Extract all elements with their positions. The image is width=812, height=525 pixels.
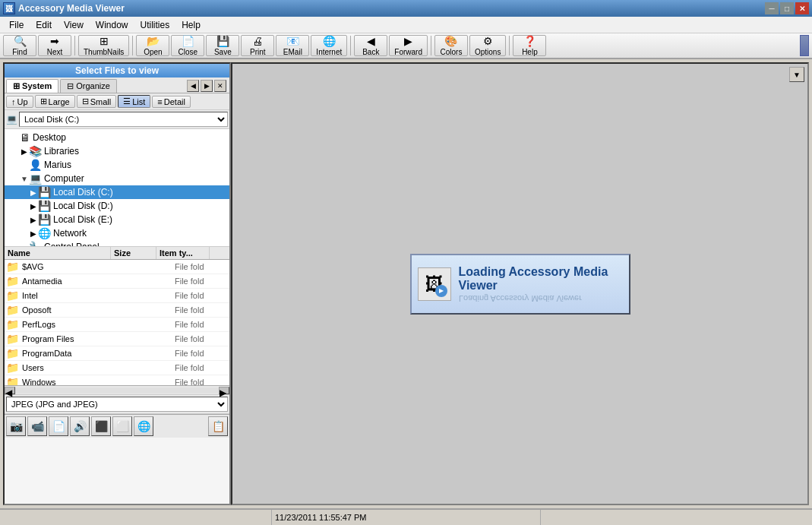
tab-system[interactable]: ⊞ System: [6, 79, 58, 93]
play-icon: ▶: [435, 285, 447, 297]
list-item[interactable]: 📁 $AVG File fold: [5, 260, 229, 274]
list-item[interactable]: 📁 Intel File fold: [5, 289, 229, 303]
tree-desktop[interactable]: 🖥 Desktop: [5, 131, 229, 144]
list-item[interactable]: 📁 ProgramData File fold: [5, 346, 229, 361]
colors-button[interactable]: 🎨 Colors: [434, 35, 468, 56]
tree-control-panel[interactable]: 🔧 Control Panel: [5, 240, 229, 247]
view-large-button[interactable]: ⊞ Large: [35, 95, 75, 108]
expand-icon[interactable]: ▼: [20, 175, 29, 183]
col-type[interactable]: Item ty...: [156, 247, 210, 259]
close-file-button[interactable]: 📄 Close: [171, 35, 204, 56]
file-list[interactable]: 📁 $AVG File fold 📁 Antamedia File fold 📁…: [5, 260, 229, 385]
tab-organize-label: Organize: [76, 81, 110, 90]
list-item[interactable]: 📁 Windows File fold: [5, 375, 229, 385]
email-icon: 📧: [286, 35, 299, 47]
forward-button[interactable]: ▶ Forward: [389, 35, 428, 56]
print-button[interactable]: 🖨 Print: [241, 35, 274, 56]
view-large-icon: ⊞: [40, 96, 47, 106]
menu-window[interactable]: Window: [90, 18, 134, 32]
tree-local-e[interactable]: ▶ 💾 Local Disk (E:): [5, 213, 229, 226]
btn-black[interactable]: ⬛: [91, 416, 111, 436]
menu-help[interactable]: Help: [175, 18, 207, 32]
expand-icon[interactable]: ▶: [29, 229, 38, 238]
tab-organize[interactable]: ⊟ Organize: [60, 79, 117, 93]
hscroll-track[interactable]: [15, 387, 219, 394]
col-name[interactable]: Name: [5, 247, 111, 259]
hscroll-left[interactable]: ◀: [5, 387, 15, 394]
list-item[interactable]: 📁 Antamedia File fold: [5, 274, 229, 289]
menu-file[interactable]: File: [3, 18, 30, 32]
view-list-button[interactable]: ☰ List: [118, 95, 150, 108]
expand-icon[interactable]: ▶: [20, 147, 29, 156]
help-button[interactable]: ❓ Help: [513, 35, 546, 56]
view-detail-button[interactable]: ≡ Detail: [152, 96, 191, 108]
options-button[interactable]: ⚙ Options: [469, 35, 506, 56]
tree-marius[interactable]: 👤 Marius: [5, 158, 229, 172]
menu-edit[interactable]: Edit: [30, 18, 58, 32]
file-type: File fold: [175, 262, 228, 271]
file-type: File fold: [175, 320, 228, 329]
btn-camera[interactable]: 📷: [6, 416, 26, 436]
view-detail-icon: ≡: [157, 97, 162, 106]
btn-web[interactable]: 🌐: [134, 416, 153, 436]
network-icon: 🌐: [38, 227, 51, 239]
list-item[interactable]: 📁 PerfLogs File fold: [5, 318, 229, 332]
tab-system-icon: ⊞: [13, 81, 20, 90]
close-button[interactable]: ✕: [795, 2, 809, 14]
view-list-icon: ☰: [123, 96, 131, 106]
expand-icon[interactable]: ▶: [29, 202, 38, 210]
menu-view[interactable]: View: [58, 18, 90, 32]
list-item[interactable]: 📁 Oposoft File fold: [5, 303, 229, 318]
hscroll-right[interactable]: ▶: [219, 387, 229, 394]
list-item[interactable]: 📁 Users File fold: [5, 361, 229, 375]
view-detail-label: Detail: [164, 97, 185, 106]
email-button[interactable]: 📧 EMail: [276, 35, 309, 56]
file-tree[interactable]: 🖥 Desktop ▶ 📚 Libraries 👤 Marius ▼ 💻: [5, 129, 229, 247]
btn-clipboard[interactable]: 📋: [208, 416, 228, 436]
back-button[interactable]: ◀ Back: [354, 35, 387, 56]
maximize-button[interactable]: □: [780, 2, 794, 14]
tab-nav-fwd[interactable]: ▶: [201, 80, 213, 92]
tree-local-c[interactable]: ▶ 💾 Local Disk (C:): [5, 185, 229, 199]
btn-document[interactable]: 📄: [49, 416, 68, 436]
folder-icon: 📁: [6, 304, 19, 316]
tree-network[interactable]: ▶ 🌐 Network: [5, 226, 229, 240]
thumbnails-icon: ⊞: [100, 35, 109, 47]
expand-icon[interactable]: ▶: [29, 216, 38, 224]
internet-button[interactable]: 🌐 Internet: [311, 35, 347, 56]
view-up-button[interactable]: ↑ Up: [6, 96, 33, 108]
file-type: File fold: [175, 305, 228, 315]
file-type: File fold: [175, 291, 228, 300]
file-type: File fold: [175, 277, 228, 286]
panel-header: Select Files to view: [5, 64, 229, 77]
location-dropdown[interactable]: Local Disk (C:): [19, 112, 228, 127]
filter-dropdown[interactable]: JPEG (JPG and JPEG) All Files (*.*) BMP …: [6, 397, 228, 412]
next-button[interactable]: ➡ Next: [38, 35, 71, 56]
tree-libraries[interactable]: ▶ 📚 Libraries: [5, 144, 229, 158]
libraries-icon: 📚: [29, 145, 42, 157]
list-item[interactable]: 📁 Program Files File fold: [5, 332, 229, 346]
save-button[interactable]: 💾 Save: [206, 35, 239, 56]
btn-audio[interactable]: 🔊: [70, 416, 90, 436]
menu-utilities[interactable]: Utilities: [134, 18, 176, 32]
chevron-down-icon: ▼: [793, 71, 801, 79]
titlebar-controls[interactable]: ─ □ ✕: [765, 2, 809, 14]
minimize-button[interactable]: ─: [765, 2, 779, 14]
tab-nav-back[interactable]: ◀: [187, 80, 199, 92]
expand-icon[interactable]: ▶: [29, 188, 38, 197]
btn-white[interactable]: ⬜: [112, 416, 132, 436]
tree-local-d[interactable]: ▶ 💾 Local Disk (D:): [5, 199, 229, 213]
find-button[interactable]: 🔍 Find: [3, 35, 36, 56]
audio-icon: 🔊: [74, 420, 87, 432]
tab-close[interactable]: ✕: [214, 80, 226, 92]
loading-text: Loading Accessory Media Viewer Loading A…: [459, 265, 623, 303]
open-button[interactable]: 📂 Open: [136, 35, 169, 56]
file-hscroll[interactable]: ◀ ▶: [5, 385, 229, 394]
panel-scroll-btn[interactable]: ▼: [789, 67, 804, 82]
view-small-button[interactable]: ⊟ Small: [77, 95, 117, 108]
tree-computer[interactable]: ▼ 💻 Computer: [5, 172, 229, 185]
toolbar-handle[interactable]: [800, 35, 809, 56]
col-size[interactable]: Size: [111, 247, 156, 259]
thumbnails-button[interactable]: ⊞ ThumbNails: [78, 35, 129, 56]
btn-video[interactable]: 📹: [27, 416, 47, 436]
